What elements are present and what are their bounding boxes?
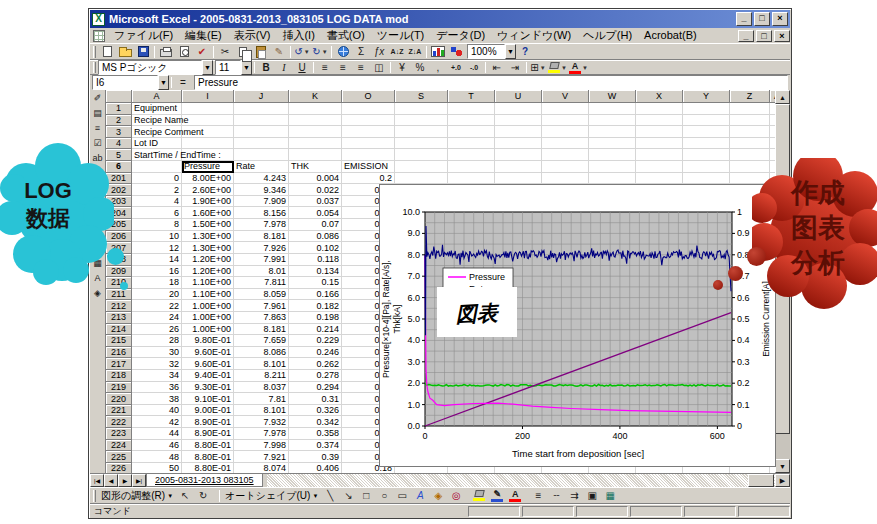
cell[interactable]	[182, 103, 234, 115]
column-header-S[interactable]: S	[395, 90, 448, 103]
cell[interactable]: 0.374	[289, 440, 342, 452]
cell[interactable]: 0.39	[289, 451, 342, 463]
cell[interactable]: 50	[132, 463, 182, 473]
shadow-button[interactable]: ▣	[583, 488, 601, 503]
design-mode-button[interactable]: ✐	[91, 91, 105, 105]
cell[interactable]: Recipe Comment	[132, 126, 182, 138]
cell[interactable]: 8.01	[234, 266, 289, 278]
new-button[interactable]	[98, 44, 116, 59]
cell[interactable]: 9.00E-01	[182, 405, 234, 417]
column-header-X[interactable]: X	[636, 90, 683, 103]
cell[interactable]: 9.346	[234, 184, 289, 196]
cell[interactable]	[636, 103, 683, 115]
next-sheet-icon[interactable]: ▶	[118, 474, 132, 487]
row-header-219[interactable]: 219	[106, 382, 132, 394]
cell[interactable]: 18	[132, 277, 182, 289]
cell[interactable]: 22	[132, 300, 182, 312]
row-header-221[interactable]: 221	[106, 405, 132, 417]
cell[interactable]	[542, 138, 589, 150]
cell[interactable]	[448, 173, 495, 185]
diagram-button[interactable]: ◈	[429, 488, 447, 503]
help-button[interactable]: ?	[516, 44, 534, 59]
cell[interactable]: 0.214	[289, 324, 342, 336]
row-header-222[interactable]: 222	[106, 416, 132, 428]
cell[interactable]: 7.909	[234, 196, 289, 208]
cell[interactable]	[589, 138, 636, 150]
cell[interactable]: 8.211	[234, 370, 289, 382]
autoshape-menu[interactable]: オートシェイプ(U) ▼	[222, 489, 321, 503]
currency-style-button[interactable]: ¥	[393, 60, 411, 75]
cell[interactable]: 0.2	[342, 173, 395, 185]
cell[interactable]	[342, 149, 395, 161]
cell[interactable]: StartTime / EndTime :	[132, 149, 182, 161]
cell[interactable]	[589, 161, 636, 173]
paste-function-button[interactable]: ƒx	[370, 44, 388, 59]
cell[interactable]: 0.358	[289, 428, 342, 440]
cell[interactable]	[234, 115, 289, 127]
row-header-223[interactable]: 223	[106, 428, 132, 440]
cell[interactable]: 36	[132, 382, 182, 394]
cell[interactable]	[683, 161, 730, 173]
cell[interactable]: 1.10E+00	[182, 277, 234, 289]
column-header-I[interactable]: I	[182, 90, 234, 103]
cell[interactable]: 26	[132, 324, 182, 336]
column-header-A[interactable]: A	[132, 90, 182, 103]
workbook-restore-button[interactable]: □	[756, 30, 772, 42]
chart-wizard-button[interactable]	[429, 44, 447, 59]
horizontal-scrollbar[interactable]: ▶	[267, 474, 790, 487]
workbook-minimize-button[interactable]: _	[738, 30, 754, 42]
cell[interactable]: 1.20E+00	[182, 254, 234, 266]
cell[interactable]	[542, 115, 589, 127]
zoom-select[interactable]: 100%	[467, 44, 505, 59]
cell[interactable]: 8.00E+00	[182, 173, 234, 185]
autosum-button[interactable]: Σ	[352, 44, 370, 59]
cell[interactable]: 7.811	[234, 277, 289, 289]
fill-color-button[interactable]	[470, 488, 488, 503]
cell[interactable]: 7.978	[234, 219, 289, 231]
cell[interactable]	[289, 103, 342, 115]
previous-sheet-icon[interactable]: ◀	[104, 474, 118, 487]
cell[interactable]	[636, 115, 683, 127]
menu-item-d[interactable]: データ(D)	[430, 28, 491, 43]
row-header-215[interactable]: 215	[106, 335, 132, 347]
align-center-button[interactable]: ≡	[334, 60, 352, 75]
decrease-indent-button[interactable]: ⇤	[488, 60, 506, 75]
cell[interactable]	[495, 126, 542, 138]
cell[interactable]: 8.074	[234, 463, 289, 473]
cell-I6-selected[interactable]: Pressure	[182, 161, 234, 173]
menu-item-i[interactable]: 挿入(I)	[276, 28, 320, 43]
cell[interactable]: 0.198	[289, 312, 342, 324]
cell[interactable]: 0.166	[289, 289, 342, 301]
cell[interactable]: 8.80E-01	[182, 463, 234, 473]
cell[interactable]: 8.101	[234, 405, 289, 417]
cell[interactable]	[182, 138, 234, 150]
minimize-button[interactable]: _	[736, 12, 752, 26]
cell[interactable]	[683, 173, 730, 185]
word-art-button[interactable]: A	[411, 488, 429, 503]
cell[interactable]: 0.262	[289, 358, 342, 370]
sort-descending-button[interactable]: Z↓A	[406, 44, 424, 59]
copy-button[interactable]	[234, 44, 252, 59]
cell[interactable]	[730, 103, 770, 115]
cell[interactable]: 0.134	[289, 266, 342, 278]
edit-formula-button[interactable]: =	[174, 75, 192, 90]
open-button[interactable]	[116, 44, 134, 59]
cell[interactable]	[448, 138, 495, 150]
3d-button[interactable]: ▦	[601, 488, 619, 503]
font-size-dropdown-icon[interactable]: ▼	[241, 60, 252, 75]
select-all-corner[interactable]	[106, 90, 132, 103]
title-bar[interactable]: X Microsoft Excel - 2005-0831-2013_08310…	[90, 10, 790, 28]
cell[interactable]: 0.182	[289, 300, 342, 312]
line-style-button[interactable]: ≡	[529, 488, 547, 503]
cell[interactable]: 6	[132, 207, 182, 219]
arrow-style-button[interactable]: ⇉	[565, 488, 583, 503]
cell[interactable]	[234, 138, 289, 150]
cell[interactable]: Rate	[234, 161, 289, 173]
cell[interactable]: 1.60E+00	[182, 207, 234, 219]
cell[interactable]: 30	[132, 347, 182, 359]
cell[interactable]	[289, 126, 342, 138]
first-sheet-icon[interactable]: |◀	[90, 474, 104, 487]
cell[interactable]	[395, 103, 448, 115]
scroll-right-icon[interactable]: ▶	[775, 474, 790, 487]
line-color-button[interactable]: ✎	[488, 488, 506, 503]
